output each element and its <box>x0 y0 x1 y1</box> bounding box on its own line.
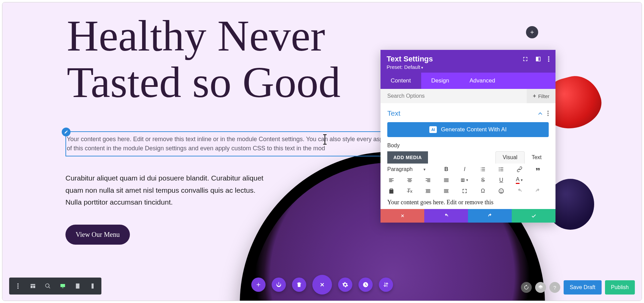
wireframe-view-button[interactable] <box>25 280 40 292</box>
panel-save-button[interactable] <box>512 209 555 223</box>
text-color-button[interactable]: A▼ <box>515 176 524 184</box>
tab-advanced[interactable]: Advanced <box>459 73 505 89</box>
editable-text[interactable]: Your content goes here. Edit or remove t… <box>66 135 398 153</box>
selected-text-module[interactable]: Your content goes here. Edit or remove t… <box>65 131 399 156</box>
body-label: Body <box>387 143 549 149</box>
panel-menu-icon[interactable] <box>548 56 549 62</box>
view-menu-button[interactable]: View Our Menu <box>65 225 130 245</box>
tab-content[interactable]: Content <box>380 73 421 89</box>
collapse-icon[interactable] <box>538 112 543 115</box>
paragraph-label: Paragraph <box>387 166 413 172</box>
align-left-button[interactable] <box>387 176 395 184</box>
indent-button[interactable] <box>442 187 450 195</box>
bullet-list-button[interactable] <box>479 166 487 173</box>
section-menu-icon[interactable] <box>547 110 549 117</box>
link-button[interactable] <box>515 166 524 173</box>
history-revisions-button[interactable] <box>521 282 532 293</box>
panel-title: Text Settings <box>387 55 433 63</box>
hero-line1: Healthy Never <box>67 13 340 59</box>
check-icon <box>531 213 536 219</box>
numbered-list-button[interactable] <box>497 166 505 173</box>
hero-line2: Tasted so Good <box>67 59 340 106</box>
align-center-button[interactable] <box>406 176 414 184</box>
filter-button[interactable]: + Filter <box>527 89 555 103</box>
paste-button[interactable] <box>387 187 395 195</box>
power-icon <box>276 282 282 288</box>
strikethrough-button[interactable]: S <box>479 176 487 184</box>
editor-textarea[interactable]: Your content goes here. Edit or remove t… <box>387 198 549 206</box>
editor-toolbar: Paragraph ▼ B I ▼ S U <box>387 166 549 195</box>
bc-settings-button[interactable] <box>338 278 352 292</box>
editor-tab-visual[interactable]: Visual <box>495 151 524 164</box>
pencil-icon <box>64 130 68 134</box>
plus-icon <box>255 282 261 288</box>
redo-icon <box>487 213 493 219</box>
save-draft-button[interactable]: Save Draft <box>564 280 602 295</box>
panel-cancel-button[interactable] <box>380 209 424 223</box>
view-toolbar <box>9 278 101 295</box>
phone-view-button[interactable] <box>85 280 100 292</box>
emoji-button[interactable] <box>497 187 505 195</box>
close-icon <box>400 213 405 218</box>
body-paragraph: Curabitur aliquet quam id dui posuere bl… <box>65 172 272 208</box>
svg-point-1 <box>500 190 501 191</box>
help-button[interactable]: ? <box>549 282 560 293</box>
desktop-view-button[interactable] <box>55 280 70 292</box>
bc-add-button[interactable] <box>251 278 266 292</box>
outdent-button[interactable] <box>424 187 432 195</box>
trash-icon <box>296 282 302 288</box>
layers-button[interactable] <box>535 282 546 293</box>
generate-label: Generate Content With AI <box>441 126 507 133</box>
generate-ai-button[interactable]: AI Generate Content With AI <box>387 122 549 137</box>
publish-area: ? Save Draft Publish <box>521 280 635 295</box>
section-label-text: Text <box>387 109 401 117</box>
bc-close-button[interactable] <box>312 275 332 295</box>
align-right-button[interactable] <box>424 176 432 184</box>
underline-button[interactable]: U <box>497 176 505 184</box>
table-button[interactable]: ▼ <box>461 176 469 184</box>
paragraph-dropdown[interactable]: Paragraph ▼ <box>387 166 439 172</box>
gear-icon <box>342 282 348 288</box>
panel-redo-button[interactable] <box>468 209 512 223</box>
tab-design[interactable]: Design <box>421 73 460 89</box>
special-char-button[interactable]: Ω <box>479 187 487 195</box>
close-icon <box>319 282 325 288</box>
svg-point-2 <box>502 190 502 191</box>
panel-header: Text Settings Preset: Default <box>380 50 555 73</box>
bc-sort-button[interactable] <box>379 278 393 292</box>
hero-heading: Healthy Never Tasted so Good <box>67 13 340 105</box>
italic-button[interactable]: I <box>461 166 469 173</box>
module-edit-handle[interactable] <box>62 128 71 136</box>
panel-search-row: + Filter <box>380 89 555 103</box>
hamburger-menu-button[interactable] <box>11 280 25 292</box>
expand-icon[interactable] <box>522 56 528 62</box>
text-caret <box>325 135 325 144</box>
panel-footer <box>380 209 555 223</box>
text-settings-panel: Text Settings Preset: Default Content De… <box>380 50 555 223</box>
panel-tabs: Content Design Advanced <box>380 73 555 89</box>
bold-button[interactable]: B <box>442 166 450 173</box>
ai-icon: AI <box>429 126 437 133</box>
undo-button[interactable] <box>515 187 524 195</box>
plus-icon <box>529 30 535 35</box>
zoom-button[interactable] <box>40 280 55 292</box>
search-options-input[interactable] <box>380 89 527 103</box>
clear-formatting-button[interactable]: Tx <box>406 187 414 195</box>
svg-point-0 <box>499 189 504 193</box>
bc-delete-button[interactable] <box>292 278 306 292</box>
panel-undo-button[interactable] <box>424 209 468 223</box>
fullscreen-button[interactable] <box>461 187 469 195</box>
quote-button[interactable] <box>534 166 542 173</box>
bc-history-button[interactable] <box>358 278 373 292</box>
add-module-button[interactable] <box>526 26 538 38</box>
preset-dropdown[interactable]: Preset: Default <box>387 64 549 70</box>
bc-power-button[interactable] <box>272 278 286 292</box>
editor-tab-text[interactable]: Text <box>525 151 549 164</box>
add-media-button[interactable]: ADD MEDIA <box>387 151 428 164</box>
tablet-view-button[interactable] <box>70 280 85 292</box>
snap-panel-icon[interactable] <box>535 56 541 62</box>
sort-icon <box>383 282 389 288</box>
redo-button[interactable] <box>534 187 542 195</box>
publish-button[interactable]: Publish <box>605 280 635 295</box>
align-justify-button[interactable] <box>442 176 450 184</box>
